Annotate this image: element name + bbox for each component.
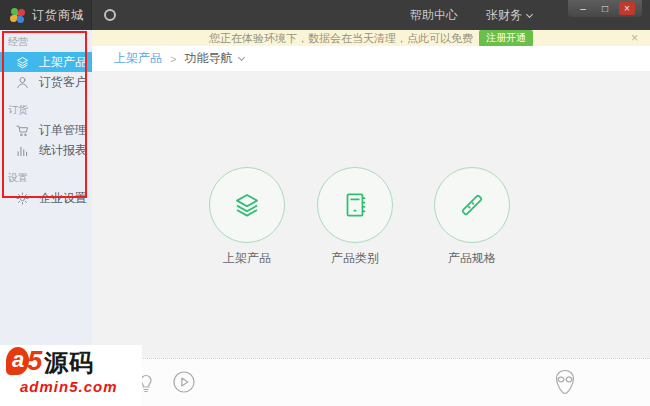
help-center-link[interactable]: 帮助中心	[410, 7, 458, 24]
window-controls: – □ ×	[568, 0, 642, 17]
shortcut-product-categories[interactable]: 产品类别	[310, 167, 400, 267]
layers-icon	[14, 54, 30, 70]
top-bar: 订货商城 帮助中心 张财务 – □ ×	[0, 0, 650, 30]
sidebar-item-label: 订货客户	[39, 74, 87, 91]
catalog-icon	[317, 167, 393, 243]
watermark-cn: 源码	[44, 351, 94, 375]
logo-area: 订货商城	[0, 0, 92, 30]
watermark-domain: admin5.com	[20, 378, 138, 395]
shortcut-publish-products[interactable]: 上架产品	[202, 167, 292, 267]
gear-icon	[14, 190, 30, 206]
shortcut-label: 产品规格	[427, 250, 517, 267]
sidebar-group-ordering: 订货	[0, 92, 92, 120]
sidebar-item-reports[interactable]: 统计报表	[0, 140, 92, 160]
app-title: 订货商城	[32, 7, 84, 24]
layers-icon	[209, 167, 285, 243]
breadcrumb-current-label: 功能导航	[184, 50, 232, 67]
trial-notice-bar: 您正在体验环境下，数据会在当天清理，点此可以免费 注册开通 ×	[92, 30, 650, 46]
footer-bar	[92, 358, 650, 406]
sidebar-item-company-settings[interactable]: 企业设置	[0, 188, 92, 208]
play-icon[interactable]	[172, 370, 196, 394]
app-window: 订货商城 帮助中心 张财务 – □ × 您正在体验环境下，数据会在当天清理，点此…	[0, 0, 650, 406]
main-content: 上架产品 产品类别 产品规格	[92, 71, 650, 358]
sidebar-item-label: 企业设置	[39, 190, 87, 207]
chevron-down-icon	[526, 10, 533, 17]
breadcrumb-separator: >	[170, 53, 176, 65]
user-menu[interactable]: 张财务	[486, 7, 532, 24]
trial-notice-text: 您正在体验环境下，数据会在当天清理，点此可以免费	[209, 31, 473, 46]
refresh-icon[interactable]	[104, 9, 116, 21]
shortcut-label: 产品类别	[310, 250, 400, 267]
minimize-button[interactable]: –	[575, 2, 591, 15]
chevron-down-icon	[238, 54, 245, 61]
sidebar-group-business: 经营	[0, 30, 92, 52]
user-name: 张财务	[486, 7, 522, 24]
bar-chart-icon	[14, 142, 30, 158]
sidebar-item-products[interactable]: 上架产品	[0, 52, 92, 72]
close-button[interactable]: ×	[619, 2, 635, 15]
notice-close-icon[interactable]: ×	[631, 31, 638, 45]
shortcut-product-specs[interactable]: 产品规格	[427, 167, 517, 267]
alien-icon[interactable]	[552, 368, 578, 396]
sidebar-item-orders[interactable]: 订单管理	[0, 120, 92, 140]
maximize-button[interactable]: □	[597, 2, 613, 15]
shortcut-label: 上架产品	[202, 250, 292, 267]
sidebar-item-customers[interactable]: 订货客户	[0, 72, 92, 92]
sidebar-item-label: 上架产品	[39, 54, 87, 71]
sidebar-group-settings: 设置	[0, 160, 92, 188]
sidebar-item-label: 订单管理	[39, 122, 87, 139]
breadcrumb: 上架产品 > 功能导航	[92, 46, 650, 71]
pinwheel-logo-icon	[10, 8, 25, 23]
sidebar-item-label: 统计报表	[39, 142, 87, 159]
cart-icon	[14, 122, 30, 138]
watermark: a5源码 admin5.com	[0, 345, 142, 406]
ruler-icon	[434, 167, 510, 243]
watermark-5: 5	[27, 348, 42, 375]
watermark-a5-badge: a	[6, 347, 29, 375]
register-button[interactable]: 注册开通	[479, 30, 533, 47]
breadcrumb-parent[interactable]: 上架产品	[114, 50, 162, 67]
breadcrumb-current[interactable]: 功能导航	[184, 50, 244, 67]
customer-icon	[14, 74, 30, 90]
